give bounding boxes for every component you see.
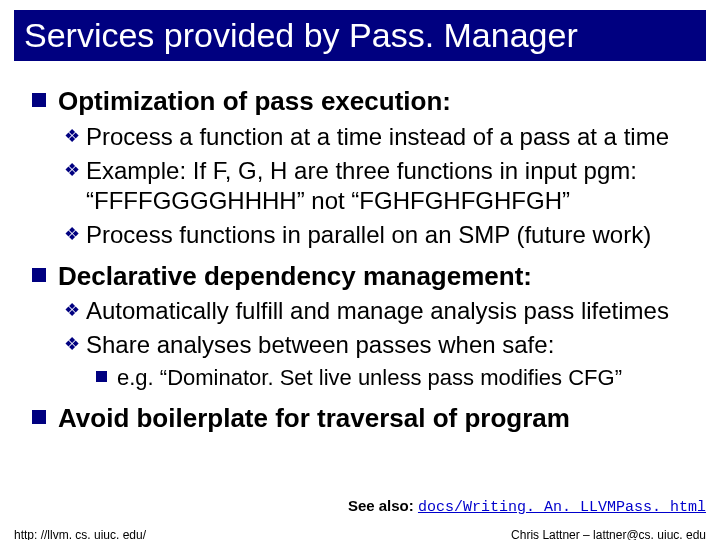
see-also-label: See also: — [348, 497, 418, 514]
square-bullet-icon — [32, 268, 46, 282]
diamond-bullet-icon: ❖ — [64, 159, 80, 181]
square-bullet-icon — [32, 93, 46, 107]
bullet-1-3-text: Process functions in parallel on an SMP … — [86, 220, 651, 250]
bullet-1-2: ❖ Example: If F, G, H are three function… — [64, 156, 688, 216]
bullet-1-3: ❖ Process functions in parallel on an SM… — [64, 220, 688, 250]
bullet-2: Declarative dependency management: — [32, 260, 688, 293]
bullet-2-2a: e.g. “Dominator. Set live unless pass mo… — [96, 364, 688, 392]
footer-right: Chris Lattner – lattner@cs. uiuc. edu — [511, 528, 706, 540]
bullet-1-2-text: Example: If F, G, H are three functions … — [86, 156, 688, 216]
bullet-2-text: Declarative dependency management: — [58, 260, 532, 293]
bullet-1-text: Optimization of pass execution: — [58, 85, 451, 118]
bullet-2-1-text: Automatically fulfill and manage analysi… — [86, 296, 669, 326]
bullet-2-1: ❖ Automatically fulfill and manage analy… — [64, 296, 688, 326]
bullet-1-1-text: Process a function at a time instead of … — [86, 122, 669, 152]
diamond-bullet-icon: ❖ — [64, 223, 80, 245]
bullet-2-2: ❖ Share analyses between passes when saf… — [64, 330, 688, 360]
bullet-2-2a-text: e.g. “Dominator. Set live unless pass mo… — [117, 364, 622, 392]
diamond-bullet-icon: ❖ — [64, 333, 80, 355]
diamond-bullet-icon: ❖ — [64, 125, 80, 147]
bullet-1: Optimization of pass execution: — [32, 85, 688, 118]
slide-content: Optimization of pass execution: ❖ Proces… — [0, 61, 720, 434]
bullet-2-2-text: Share analyses between passes when safe: — [86, 330, 554, 360]
title-bar: Services provided by Pass. Manager — [14, 10, 706, 61]
see-also-link[interactable]: docs/Writing. An. LLVMPass. html — [418, 499, 706, 516]
bullet-3-text: Avoid boilerplate for traversal of progr… — [58, 402, 570, 435]
diamond-bullet-icon: ❖ — [64, 299, 80, 321]
slide-title: Services provided by Pass. Manager — [24, 16, 696, 55]
footer-left: http: //llvm. cs. uiuc. edu/ — [14, 528, 146, 540]
square-bullet-icon — [96, 371, 107, 382]
bullet-3: Avoid boilerplate for traversal of progr… — [32, 402, 688, 435]
square-bullet-icon — [32, 410, 46, 424]
bullet-1-1: ❖ Process a function at a time instead o… — [64, 122, 688, 152]
see-also: See also: docs/Writing. An. LLVMPass. ht… — [348, 497, 706, 516]
